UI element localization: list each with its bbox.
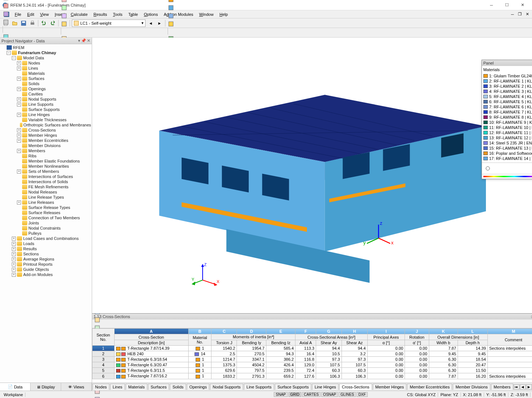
material-row[interactable]: 1: Glulam Timber GL24h | NF [483, 73, 532, 78]
print-icon[interactable] [28, 19, 36, 27]
bottom-tab[interactable]: Openings [187, 384, 209, 390]
tree-item[interactable]: Variable Thicknesses [17, 117, 91, 122]
material-row[interactable]: 10: RF-LAMINATE 9 | KLH 7 [483, 120, 532, 125]
material-row[interactable]: 8: RF-LAMINATE 7 | KLH 5s [483, 109, 532, 115]
material-row[interactable]: 5: RF-LAMINATE 4 | KLH 3s [483, 94, 532, 99]
loadcase-combo[interactable]: LC1 - Self-weight ▾ [72, 20, 146, 27]
col-F[interactable]: F [295, 329, 316, 334]
bottom-tab[interactable]: Lines [110, 384, 125, 390]
col-H[interactable]: H [342, 329, 367, 334]
tool-icon[interactable] [167, 0, 175, 4]
bottom-tab[interactable]: Surfaces [148, 384, 169, 390]
tree-item[interactable]: Connection of Two Members [17, 215, 91, 220]
nav-tab-views[interactable]: 👁 Views [61, 383, 92, 391]
nav-tab-display[interactable]: 🖥 Display [31, 383, 61, 391]
tool-icon[interactable] [2, 0, 10, 2]
tool-icon[interactable] [167, 12, 175, 20]
tree-item[interactable]: Joints [17, 220, 91, 226]
tree-item[interactable]: +Member Hinges [17, 133, 91, 138]
undo-icon[interactable] [40, 19, 48, 27]
tree-item[interactable]: +Add-on Modules [12, 272, 91, 277]
tree-item[interactable]: +Lines [17, 66, 91, 71]
tree-item[interactable]: Member Divisions [17, 143, 91, 148]
tree-item[interactable]: +Line Hinges [17, 112, 91, 117]
menu-addon[interactable]: Add-on Modules [161, 11, 196, 17]
material-row[interactable]: 9: RF-LAMINATE 8 | KLH 5s [483, 115, 532, 120]
bottom-tab[interactable]: Line Hinges [312, 384, 339, 390]
tree-item[interactable]: +Sections [12, 251, 91, 256]
tree-item[interactable]: +Openings [17, 86, 91, 91]
material-row[interactable]: 12: RF-LAMINATE 11 | KLH [483, 130, 532, 135]
menu-tools[interactable]: Tools [110, 11, 125, 17]
menu-help[interactable]: Help [217, 11, 231, 17]
bottom-tab[interactable]: Cross-Sections [339, 384, 372, 390]
menu-edit[interactable]: Edit [24, 11, 37, 17]
material-row[interactable]: 4: RF-LAMINATE 3 | KLH 3s [483, 89, 532, 94]
col-K[interactable]: K [429, 329, 458, 334]
tree-item[interactable]: Member Nonlinearities [17, 164, 91, 169]
tree-item[interactable]: +Sets of Members [17, 169, 91, 174]
3d-viewport[interactable]: z x y Z X Y Panel✕ Materials 1: Glulam T… [92, 38, 532, 313]
table-row[interactable]: 6 T-Rectangle 7.87/16.2 1 1833.22791.365… [92, 373, 532, 379]
nav-tab-data[interactable]: 📄 Data [0, 383, 31, 391]
status-cartes[interactable]: CARTES [302, 392, 321, 397]
tree-item[interactable]: +Guide Objects [12, 267, 91, 272]
col-E[interactable]: E [266, 329, 295, 334]
tree-item[interactable]: Line Release Types [17, 195, 91, 200]
col-I[interactable]: I [367, 329, 405, 334]
menu-options[interactable]: Options [141, 11, 161, 17]
menu-results[interactable]: Results [91, 11, 110, 17]
col-M[interactable]: M [487, 329, 532, 334]
tree-item[interactable]: Orthotropic Surfaces and Membranes [17, 122, 91, 128]
tree-item[interactable]: +Average Regions [12, 256, 91, 262]
tree-item[interactable]: +Member Eccentricities [17, 138, 91, 143]
tree-item[interactable]: +Surfaces [17, 76, 91, 81]
tool-icon[interactable] [60, 4, 68, 12]
table-row[interactable]: 3 T-Rectangle 6.3/18.54 1 1214.73347.138… [92, 357, 532, 362]
col-D[interactable]: D [237, 329, 266, 334]
tab-next-icon[interactable]: ▶ [526, 384, 532, 390]
col-B[interactable]: B [188, 329, 211, 334]
material-row[interactable]: 6: RF-LAMINATE 5 | KLH 5s [483, 99, 532, 104]
tree-item[interactable]: Pulleys [17, 231, 91, 236]
bottom-tab[interactable]: Member Divisions [453, 384, 490, 390]
menu-window[interactable]: Window [196, 11, 217, 17]
bottom-tab[interactable]: Members [491, 384, 513, 390]
bottom-tab[interactable]: Nodes [92, 384, 109, 390]
material-row[interactable]: 3: RF-LAMINATE 2 | KLH 5s [483, 84, 532, 89]
material-row[interactable]: 13: RF-LAMINATE 12 | KLH [483, 135, 532, 140]
cross-sections-grid[interactable]: Section No. A B C D E F G H I J K [92, 328, 532, 383]
maximize-button[interactable]: ☐ [500, 1, 514, 10]
save-icon[interactable] [20, 19, 28, 27]
material-row[interactable]: 11: RF-LAMINATE 10 | KLH [483, 125, 532, 130]
next-lc-icon[interactable]: ► [155, 19, 164, 27]
mdi-minimize-button[interactable]: ─ [509, 11, 516, 17]
tree-item[interactable]: Nodal Constraints [17, 226, 91, 231]
tool-icon[interactable] [2, 10, 10, 18]
table-row[interactable]: 1 T-Rectangle 7.87/14.39 1 1540.21954.75… [92, 346, 532, 351]
tree-item[interactable]: Surface Release Types [17, 205, 91, 210]
nav-close-icon[interactable]: ✕ [87, 38, 90, 43]
redo-icon[interactable] [49, 19, 57, 27]
tool-icon[interactable] [2, 2, 10, 10]
bottom-tab[interactable]: Member Eccentricities [407, 384, 452, 390]
tree-item[interactable]: Ribs [17, 153, 91, 158]
tab-first-icon[interactable]: ⏮ [514, 384, 519, 390]
mdi-restore-button[interactable]: ❐ [517, 11, 523, 17]
tree-item[interactable]: +Line Supports [17, 102, 91, 107]
bottom-tab[interactable]: Member Hinges [373, 384, 407, 390]
tree-item[interactable]: Surface Releases [17, 210, 91, 215]
table-row[interactable]: 5 T-Rectangle 6.3/11.5 1 629.6797.5239.5… [92, 368, 532, 373]
material-row[interactable]: 15: RF-LAMINATE 13 | KLH- [483, 146, 532, 151]
menu-table[interactable]: Table [125, 11, 141, 17]
col-section-no[interactable]: Section No. [92, 329, 115, 346]
tree-item[interactable]: +Nodes [17, 60, 91, 66]
open-icon[interactable] [11, 19, 19, 27]
tree-item[interactable]: Intersections of Solids [17, 179, 91, 184]
status-grid[interactable]: GRID [288, 392, 301, 397]
bottom-tab[interactable]: Line Supports [244, 384, 274, 390]
material-row[interactable]: 7: RF-LAMINATE 6 | KLH 3s [483, 104, 532, 109]
prev-lc-icon[interactable]: ◄ [147, 19, 155, 27]
tree-item[interactable]: Solids [17, 81, 91, 86]
col-C[interactable]: C [211, 329, 237, 334]
